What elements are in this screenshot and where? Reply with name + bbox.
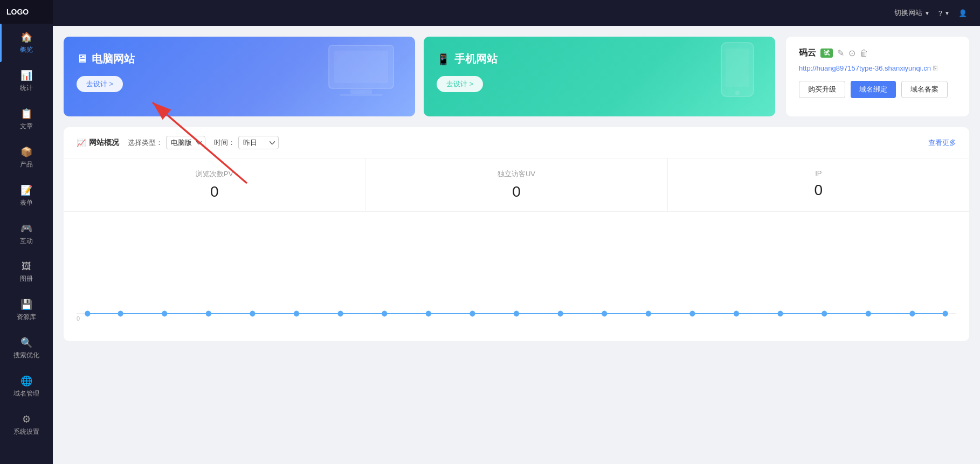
sidebar-item-label: 表单 (20, 198, 33, 207)
svg-point-20 (602, 311, 607, 317)
svg-point-17 (470, 311, 475, 317)
settings-icon: ⚙ (22, 413, 31, 425)
svg-point-19 (558, 311, 563, 317)
top-section: 🖥 电脑网站 去设计 > (64, 37, 969, 116)
brand-name: 码云 (799, 47, 816, 59)
brand-tag: 试 (820, 49, 833, 58)
info-icons: ✎ ⊙ 🗑 (837, 48, 868, 58)
sidebar-item-resources[interactable]: 💾 资源库 (0, 291, 53, 329)
sidebar-item-interactive[interactable]: 🎮 互动 (0, 215, 53, 253)
svg-point-18 (514, 311, 519, 317)
filter-type-select[interactable]: 电脑版 手机版 全部 (166, 136, 205, 149)
metric-ip: IP 0 (668, 158, 969, 211)
metric-uv-label: 独立访客UV (378, 169, 654, 179)
article-icon: 📋 (20, 108, 32, 120)
desktop-design-button[interactable]: 去设计 > (77, 76, 123, 92)
sidebar: LOGO 🏠 概览 📊 统计 📋 文章 📦 产品 📝 表单 🎮 互动 🖼 图册 … (0, 0, 53, 464)
metric-pv-value: 0 (77, 183, 352, 200)
switch-site-button[interactable]: 切换网站 ▼ (894, 8, 930, 18)
stats-filter-type: 选择类型： 电脑版 手机版 全部 (128, 136, 205, 149)
svg-point-13 (294, 311, 299, 317)
sidebar-item-domain[interactable]: 🌐 域名管理 (0, 368, 53, 406)
edit-icon[interactable]: ✎ (837, 48, 844, 58)
svg-point-22 (689, 311, 695, 317)
user-icon: 👤 (958, 9, 967, 17)
mobile-site-card: 📱 手机网站 去设计 > (424, 37, 775, 116)
sidebar-item-overview[interactable]: 🏠 概览 (0, 24, 53, 62)
resource-icon: 💾 (20, 299, 32, 310)
chart-svg (77, 212, 956, 328)
svg-point-9 (118, 311, 123, 317)
sidebar-item-label: 互动 (20, 237, 33, 246)
help-icon: ? (938, 9, 942, 17)
filter-time-select[interactable]: 昨日 今日 近7日 近30日 (238, 136, 279, 149)
desktop-site-card: 🖥 电脑网站 去设计 > (64, 37, 415, 116)
chart-area: 0 (64, 212, 969, 341)
header-bar: 切换网站 ▼ ? ▼ 👤 (53, 0, 980, 26)
info-actions: 购买升级 域名绑定 域名备案 (799, 81, 956, 98)
logo: LOGO (0, 0, 53, 24)
sidebar-item-label: 概览 (20, 45, 33, 54)
bind-domain-button[interactable]: 域名绑定 (851, 81, 896, 98)
stats-title: 📈 网站概况 (77, 138, 119, 148)
content-area: 🖥 电脑网站 去设计 > (53, 26, 980, 464)
desktop-icon: 🖥 (77, 53, 87, 65)
metric-ip-value: 0 (681, 182, 956, 199)
home-icon: 🏠 (20, 31, 32, 43)
upgrade-button[interactable]: 购买升级 (799, 81, 845, 98)
sidebar-item-label: 图册 (20, 274, 33, 283)
settings-small-icon[interactable]: ⊙ (848, 48, 855, 58)
svg-point-12 (250, 311, 255, 317)
svg-point-28 (943, 311, 948, 317)
info-panel: 码云 试 ✎ ⊙ 🗑 http://huang897157type-36.sha… (786, 37, 969, 116)
mobile-card-title: 📱 手机网站 (437, 52, 762, 66)
stats-filter-time: 时间： 昨日 今日 近7日 近30日 (214, 136, 279, 149)
chevron-down-icon: ▼ (924, 10, 930, 16)
stats-header: 📈 网站概况 选择类型： 电脑版 手机版 全部 时间： 昨日 今日 (64, 127, 969, 158)
sidebar-item-forms[interactable]: 📝 表单 (0, 177, 53, 215)
sidebar-item-seo[interactable]: 🔍 搜索优化 (0, 329, 53, 368)
help-button[interactable]: ? ▼ (938, 9, 950, 17)
stats-icon: 📊 (20, 70, 32, 81)
sidebar-item-label: 搜索优化 (13, 351, 39, 360)
sidebar-item-label: 资源库 (17, 313, 36, 322)
info-panel-header: 码云 试 ✎ ⊙ 🗑 (799, 47, 956, 59)
sidebar-item-label: 产品 (20, 160, 33, 169)
metric-pv: 浏览次数PV 0 (64, 158, 365, 211)
metric-uv: 独立访客UV 0 (365, 158, 667, 211)
svg-point-15 (382, 311, 387, 317)
sidebar-item-gallery[interactable]: 🖼 图册 (0, 253, 53, 291)
product-icon: 📦 (20, 146, 32, 158)
info-url: http://huang897157type-36.shanxiyunqi.cn… (799, 64, 956, 72)
delete-icon[interactable]: 🗑 (860, 49, 868, 58)
site-cards-col: 🖥 电脑网站 去设计 > (64, 37, 775, 116)
interactive-icon: 🎮 (20, 223, 32, 234)
svg-point-24 (778, 311, 783, 317)
view-more-link[interactable]: 查看更多 (928, 138, 956, 148)
mobile-design-button[interactable]: 去设计 > (437, 76, 483, 92)
sidebar-item-label: 域名管理 (13, 389, 39, 398)
svg-point-27 (909, 311, 915, 317)
chevron-down-icon: ▼ (944, 10, 950, 16)
gallery-icon: 🖼 (22, 261, 31, 272)
stats-section: 📈 网站概况 选择类型： 电脑版 手机版 全部 时间： 昨日 今日 (64, 127, 969, 341)
metric-ip-label: IP (681, 169, 956, 177)
desktop-card-title: 🖥 电脑网站 (77, 52, 402, 66)
domain-icon: 🌐 (20, 375, 32, 387)
record-domain-button[interactable]: 域名备案 (901, 81, 948, 98)
mobile-icon: 📱 (437, 53, 450, 66)
copy-icon[interactable]: ⎘ (933, 64, 937, 72)
svg-point-21 (646, 311, 651, 317)
sidebar-item-stats[interactable]: 📊 统计 (0, 62, 53, 100)
metric-uv-value: 0 (378, 183, 654, 200)
svg-point-23 (734, 311, 739, 317)
stats-metrics: 浏览次数PV 0 独立访客UV 0 IP 0 (64, 158, 969, 212)
svg-rect-3 (340, 94, 383, 96)
sidebar-item-articles[interactable]: 📋 文章 (0, 100, 53, 138)
sidebar-item-settings[interactable]: ⚙ 系统设置 (0, 406, 53, 444)
account-button[interactable]: 👤 (958, 9, 967, 17)
seo-icon: 🔍 (20, 337, 32, 349)
sidebar-item-label: 文章 (20, 122, 33, 131)
chart-zero-label: 0 (77, 315, 80, 322)
sidebar-item-products[interactable]: 📦 产品 (0, 138, 53, 177)
